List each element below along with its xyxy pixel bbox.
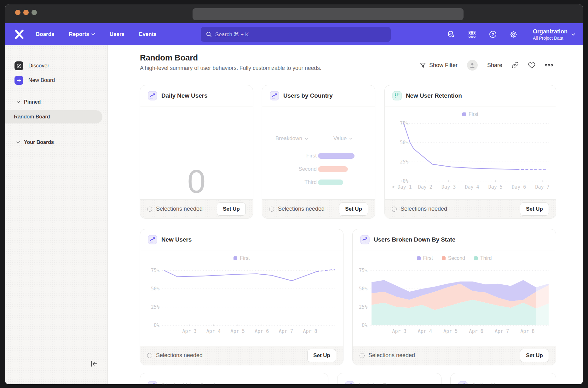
card-body: FirstSecondThird 75%50%25%0%Apr 3Apr 4Ap… xyxy=(353,250,556,346)
svg-text:75%: 75% xyxy=(151,268,159,273)
sidebar-item-label: New Board xyxy=(28,77,55,83)
set-up-button[interactable]: Set Up xyxy=(217,203,246,216)
svg-text:75%: 75% xyxy=(359,268,367,273)
set-up-button[interactable]: Set Up xyxy=(520,349,549,362)
svg-text:Day 2: Day 2 xyxy=(418,184,432,190)
dropdown-label: Value xyxy=(333,135,347,142)
card-header: Daily New Users xyxy=(140,85,253,106)
selections-needed-status: Selections needed xyxy=(392,206,447,212)
card-insights-report: Insights Report xyxy=(337,373,441,384)
bar-first[interactable] xyxy=(318,153,355,159)
svg-text:Apr 4: Apr 4 xyxy=(418,328,432,334)
card-body: Breakdown Value First Second xyxy=(262,106,375,200)
status-label: Selections needed xyxy=(278,206,325,212)
more-options-icon[interactable] xyxy=(545,63,553,67)
card-body: 0 Total ↑0% xyxy=(140,106,253,200)
svg-text:50%: 50% xyxy=(359,286,367,292)
svg-text:Apr 6: Apr 6 xyxy=(255,328,269,334)
card-header: Users Broken Down By State xyxy=(353,229,556,250)
card-title: New Users xyxy=(161,236,192,243)
data-settings-icon[interactable] xyxy=(447,30,455,38)
share-button[interactable]: Share xyxy=(487,62,502,69)
bar-third[interactable] xyxy=(318,180,343,185)
sidebar-section-your-boards[interactable]: Your Boards xyxy=(5,136,107,149)
copy-link-icon[interactable] xyxy=(512,62,519,69)
settings-icon[interactable] xyxy=(510,30,518,38)
nav-item-reports[interactable]: Reports xyxy=(69,31,95,37)
card-footer: Selections needed Set Up xyxy=(140,199,253,218)
sidebar-section-pinned[interactable]: Pinned xyxy=(5,96,107,108)
collapse-sidebar-icon[interactable] xyxy=(89,359,99,368)
chevron-down-icon xyxy=(349,138,353,140)
browser-window: Boards Reports Users Events Search ⌘ + K xyxy=(5,4,583,384)
bar-label: Second xyxy=(298,166,317,172)
card-title: New User Retention xyxy=(406,92,462,99)
plus-icon xyxy=(14,76,23,85)
show-filter-button[interactable]: Show Filter xyxy=(420,62,458,69)
page-title: Random Board xyxy=(140,53,198,63)
app-navbar: Boards Reports Users Events Search ⌘ + K xyxy=(5,23,583,45)
window-minimize-button[interactable] xyxy=(23,10,29,15)
metric-value: 0 xyxy=(140,165,253,198)
navbar-right: ? Organization All Project Data xyxy=(447,28,575,41)
status-circle-icon xyxy=(360,353,365,358)
status-circle-icon xyxy=(392,207,397,212)
window-close-button[interactable] xyxy=(15,10,20,15)
org-switcher[interactable]: Organization All Project Data xyxy=(533,28,575,41)
breakdown-dropdown[interactable]: Breakdown xyxy=(275,135,308,142)
state-stacked-area-chart[interactable]: 75%50%25%0%Apr 3Apr 4Apr 5Apr 6Apr 7Apr … xyxy=(353,250,556,346)
card-title: Active Users xyxy=(472,382,508,384)
nav-item-label: Boards xyxy=(36,31,55,37)
nav-item-events[interactable]: Events xyxy=(139,31,157,37)
favorite-heart-icon[interactable] xyxy=(528,62,535,69)
nav-items: Boards Reports Users Events xyxy=(36,31,157,37)
nav-item-label: Users xyxy=(110,31,124,37)
set-up-button[interactable]: Set Up xyxy=(307,349,336,362)
country-bar-row: First xyxy=(262,153,375,159)
apps-grid-icon[interactable] xyxy=(468,30,476,38)
sidebar-item-new-board[interactable]: New Board xyxy=(5,73,107,88)
card-new-user-retention: New User Retention First 75%50%25%0%< Da… xyxy=(384,85,556,219)
country-bar-row: Second xyxy=(262,166,375,172)
retention-line-chart[interactable]: 75%50%25%0%< Day 1Day 2Day 3Day 4Day 5Da… xyxy=(385,106,556,200)
chevron-down-icon xyxy=(91,33,95,36)
sidebar-item-discover[interactable]: Discover xyxy=(5,59,107,73)
card-footer: Selections needed Set Up xyxy=(140,346,343,365)
address-bar[interactable] xyxy=(193,8,464,20)
window-zoom-button[interactable] xyxy=(32,10,37,15)
search-input[interactable]: Search ⌘ + K xyxy=(201,27,391,42)
mixpanel-logo-icon[interactable] xyxy=(14,29,25,40)
bar-label: Third xyxy=(304,179,317,185)
selections-needed-status: Selections needed xyxy=(360,352,415,359)
card-header: New Users xyxy=(140,229,343,250)
sidebar-item-random-board[interactable]: Random Board xyxy=(5,110,102,123)
avatar[interactable] xyxy=(467,60,478,71)
bar-second[interactable] xyxy=(318,166,348,172)
card-title: Stacked Line Graph xyxy=(161,382,217,384)
set-up-button[interactable]: Set Up xyxy=(520,203,549,216)
card-title: Users by Country xyxy=(283,92,333,99)
svg-text:25%: 25% xyxy=(151,304,159,310)
svg-text:Apr 7: Apr 7 xyxy=(495,328,509,334)
svg-text:Apr 6: Apr 6 xyxy=(469,328,483,334)
svg-text:Apr 5: Apr 5 xyxy=(231,328,245,334)
new-users-line-chart[interactable]: 75%50%25%0%Apr 3Apr 4Apr 5Apr 6Apr 7Apr … xyxy=(140,250,343,346)
nav-item-users[interactable]: Users xyxy=(110,31,124,37)
value-dropdown[interactable]: Value xyxy=(333,135,353,142)
window-titlebar xyxy=(5,4,583,23)
nav-item-label: Events xyxy=(139,31,157,37)
nav-item-boards[interactable]: Boards xyxy=(36,31,55,37)
chevron-down-icon xyxy=(305,138,308,140)
nav-item-label: Reports xyxy=(69,31,89,37)
board-canvas: Random Board A high-level summary of use… xyxy=(108,45,583,384)
dropdown-label: Breakdown xyxy=(275,135,302,142)
page-subtitle: A high-level summary of user behaviors. … xyxy=(140,65,321,71)
search-icon xyxy=(206,31,212,37)
card-body: First 75%50%25%0%Apr 3Apr 4Apr 5Apr 6Apr… xyxy=(140,250,343,346)
help-icon[interactable]: ? xyxy=(489,30,497,38)
line-chart-icon xyxy=(270,91,279,100)
set-up-button[interactable]: Set Up xyxy=(339,203,368,216)
card-header: New User Retention xyxy=(385,85,556,106)
svg-text:Apr 7: Apr 7 xyxy=(279,328,293,334)
card-new-users: New Users First 75%50%25%0%Apr 3Apr 4Apr… xyxy=(140,229,343,365)
